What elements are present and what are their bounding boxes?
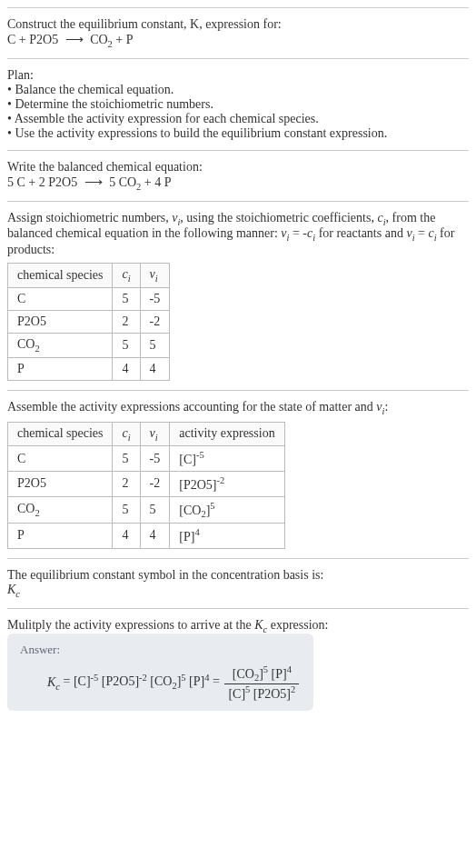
plan-item-text: Determine the stoichiometric numbers. bbox=[15, 97, 213, 111]
assign-section: Assign stoichiometric numbers, νi, using… bbox=[7, 201, 469, 390]
cell-species: CO2 bbox=[8, 496, 113, 523]
table-row: P 4 4 [P]4 bbox=[8, 524, 285, 549]
multiply-section: Mulitply the activity expressions to arr… bbox=[7, 608, 469, 720]
balanced-heading: Write the balanced chemical equation: bbox=[7, 160, 469, 175]
balanced-section: Write the balanced chemical equation: 5 … bbox=[7, 150, 469, 201]
cell-v: 4 bbox=[140, 524, 170, 549]
activity-table: chemical species ci νi activity expressi… bbox=[7, 422, 285, 549]
col-species: chemical species bbox=[8, 422, 113, 446]
stoich-table: chemical species ci νi C 5 -5 P2O5 2 -2 … bbox=[7, 263, 170, 381]
cell-activity: [CO2]5 bbox=[170, 496, 284, 523]
assign-part: , using the stoichiometric coefficients, bbox=[180, 211, 377, 224]
cell-c: 5 bbox=[113, 287, 140, 310]
assemble-text: Assemble the activity expressions accoun… bbox=[7, 400, 469, 416]
symbol-section: The equilibrium constant symbol in the c… bbox=[7, 558, 469, 608]
table-header-row: chemical species ci νi activity expressi… bbox=[8, 422, 285, 446]
intro-section: Construct the equilibrium constant, K, e… bbox=[7, 7, 469, 58]
multiply-part: Mulitply the activity expressions to arr… bbox=[7, 618, 254, 632]
cell-species: C bbox=[8, 446, 113, 472]
intro-line1: Construct the equilibrium constant, K, e… bbox=[7, 17, 469, 32]
cell-c: 5 bbox=[113, 446, 140, 472]
plan-item-text: Assemble the activity expression for eac… bbox=[15, 112, 319, 125]
cell-v: -2 bbox=[140, 310, 170, 333]
cell-v: -2 bbox=[140, 472, 170, 497]
cell-species: P bbox=[8, 357, 113, 380]
col-activity: activity expression bbox=[170, 422, 284, 446]
assemble-section: Assemble the activity expressions accoun… bbox=[7, 390, 469, 558]
table-row: P2O5 2 -2 bbox=[8, 310, 170, 333]
multiply-text: Mulitply the activity expressions to arr… bbox=[7, 618, 469, 634]
assign-part: for reactants and bbox=[315, 226, 406, 240]
col-vi: νi bbox=[140, 422, 170, 446]
table-row: P2O5 2 -2 [P2O5]-2 bbox=[8, 472, 285, 497]
cell-v: 4 bbox=[140, 357, 170, 380]
cell-c: 2 bbox=[113, 310, 140, 333]
cell-c: 4 bbox=[113, 524, 140, 549]
table-row: C 5 -5 [C]-5 bbox=[8, 446, 285, 472]
table-header-row: chemical species ci νi bbox=[8, 264, 170, 288]
cell-c: 4 bbox=[113, 357, 140, 380]
assign-part: Assign stoichiometric numbers, bbox=[7, 211, 172, 224]
plan-item: • Use the activity expressions to build … bbox=[7, 126, 469, 141]
cell-activity: [P]4 bbox=[170, 524, 284, 549]
plan-heading: Plan: bbox=[7, 68, 469, 83]
cell-c: 5 bbox=[113, 496, 140, 523]
plan-section: Plan: • Balance the chemical equation. •… bbox=[7, 58, 469, 150]
assign-text: Assign stoichiometric numbers, νi, using… bbox=[7, 211, 469, 258]
answer-equation: Kc = [C]-5 [P2O5]-2 [CO2]5 [P]4 = [CO2]5… bbox=[20, 664, 301, 701]
plan-item: • Determine the stoichiometric numbers. bbox=[7, 97, 469, 112]
cell-c: 5 bbox=[113, 333, 140, 357]
cell-species: C bbox=[8, 287, 113, 310]
cell-v: -5 bbox=[140, 446, 170, 472]
balanced-equation: 5 C + 2 P2O5 ⟶ 5 CO2 + 4 P bbox=[7, 175, 469, 192]
answer-box: Answer: Kc = [C]-5 [P2O5]-2 [CO2]5 [P]4 … bbox=[7, 634, 313, 710]
col-vi: νi bbox=[140, 264, 170, 288]
plan-item-text: Use the activity expressions to build th… bbox=[15, 126, 387, 140]
col-ci: ci bbox=[113, 422, 140, 446]
assemble-part: Assemble the activity expressions accoun… bbox=[7, 400, 376, 414]
unbalanced-equation: C + P2O5 ⟶ CO2 + P bbox=[7, 32, 469, 49]
cell-v: 5 bbox=[140, 333, 170, 357]
table-row: P 4 4 bbox=[8, 357, 170, 380]
col-species: chemical species bbox=[8, 264, 113, 288]
symbol-text: The equilibrium constant symbol in the c… bbox=[7, 568, 469, 583]
plan-item: • Assemble the activity expression for e… bbox=[7, 112, 469, 126]
symbol-kc: Kc bbox=[7, 583, 469, 599]
cell-v: -5 bbox=[140, 287, 170, 310]
cell-v: 5 bbox=[140, 496, 170, 523]
col-ci: ci bbox=[113, 264, 140, 288]
cell-activity: [P2O5]-2 bbox=[170, 472, 284, 497]
table-row: CO2 5 5 [CO2]5 bbox=[8, 496, 285, 523]
cell-species: P2O5 bbox=[8, 310, 113, 333]
plan-item-text: Balance the chemical equation. bbox=[15, 83, 174, 96]
plan-item: • Balance the chemical equation. bbox=[7, 83, 469, 97]
multiply-part: expression: bbox=[267, 618, 328, 632]
table-row: CO2 5 5 bbox=[8, 333, 170, 357]
table-row: C 5 -5 bbox=[8, 287, 170, 310]
answer-label: Answer: bbox=[20, 643, 301, 657]
cell-c: 2 bbox=[113, 472, 140, 497]
cell-activity: [C]-5 bbox=[170, 446, 284, 472]
cell-species: CO2 bbox=[8, 333, 113, 357]
cell-species: P bbox=[8, 524, 113, 549]
cell-species: P2O5 bbox=[8, 472, 113, 497]
